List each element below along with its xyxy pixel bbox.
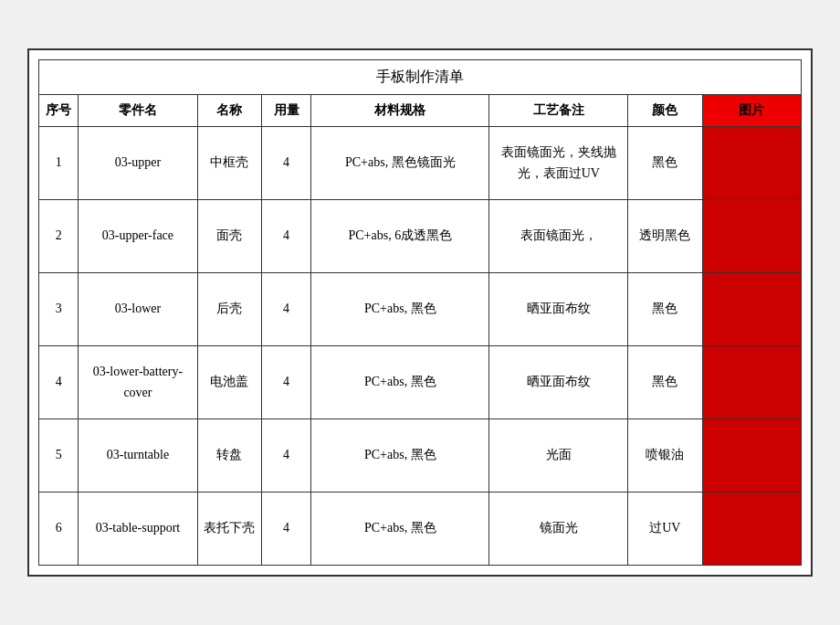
header-color: 颜色 xyxy=(628,94,702,126)
table-row: 303-lower后壳4PC+abs, 黑色晒亚面布纹黑色 xyxy=(39,273,802,346)
cell-name: 后壳 xyxy=(197,273,261,346)
table-row: 603-table-support表托下壳4PC+abs, 黑色镜面光过UV xyxy=(39,493,802,566)
cell-img xyxy=(702,419,801,493)
cell-qty: 4 xyxy=(261,200,310,273)
cell-qty: 4 xyxy=(261,493,310,566)
cell-part: 03-lower xyxy=(79,273,197,346)
cell-color: 黑色 xyxy=(628,273,702,346)
cell-img xyxy=(702,127,801,200)
cell-color: 透明黑色 xyxy=(628,200,702,273)
cell-img xyxy=(702,346,801,419)
cell-name: 转盘 xyxy=(197,419,261,493)
cell-name: 中框壳 xyxy=(197,127,261,200)
cell-spec: PC+abs, 黑色 xyxy=(311,493,489,566)
cell-seq: 6 xyxy=(39,493,79,566)
table-row: 503-turntable转盘4PC+abs, 黑色光面喷银油 xyxy=(39,419,802,493)
header-seq: 序号 xyxy=(39,94,79,126)
cell-color: 黑色 xyxy=(628,346,702,419)
cell-part: 03-upper xyxy=(79,127,197,200)
cell-qty: 4 xyxy=(261,273,310,346)
parts-table: 序号 零件名 名称 用量 材料规格 工艺备注 颜色 图片 103-upper中框… xyxy=(38,94,802,566)
table-row: 203-upper-face面壳4PC+abs, 6成透黑色表面镜面光，透明黑色 xyxy=(39,200,802,273)
header-img: 图片 xyxy=(702,94,801,126)
cell-process: 表面镜面光，夹线抛光，表面过UV xyxy=(489,127,628,200)
cell-process: 镜面光 xyxy=(489,493,628,566)
table-title: 手板制作清单 xyxy=(38,59,802,94)
cell-spec: PC+abs, 黑色镜面光 xyxy=(311,127,489,200)
cell-qty: 4 xyxy=(261,127,310,200)
cell-qty: 4 xyxy=(261,346,310,419)
cell-color: 过UV xyxy=(628,493,702,566)
table-row: 103-upper中框壳4PC+abs, 黑色镜面光表面镜面光，夹线抛光，表面过… xyxy=(39,127,802,200)
cell-name: 表托下壳 xyxy=(197,493,261,566)
cell-spec: PC+abs, 6成透黑色 xyxy=(311,200,489,273)
header-qty: 用量 xyxy=(261,94,310,126)
header-part: 零件名 xyxy=(79,94,197,126)
cell-img xyxy=(702,493,801,566)
cell-qty: 4 xyxy=(261,419,310,493)
table-row: 403-lower-battery-cover电池盖4PC+abs, 黑色晒亚面… xyxy=(39,346,802,419)
cell-spec: PC+abs, 黑色 xyxy=(311,273,489,346)
cell-seq: 2 xyxy=(39,200,79,273)
header-process: 工艺备注 xyxy=(489,94,628,126)
cell-seq: 4 xyxy=(39,346,79,419)
cell-seq: 3 xyxy=(39,273,79,346)
cell-seq: 1 xyxy=(39,127,79,200)
cell-part: 03-lower-battery-cover xyxy=(79,346,197,419)
cell-name: 电池盖 xyxy=(197,346,261,419)
cell-process: 光面 xyxy=(489,419,628,493)
header-name: 名称 xyxy=(197,94,261,126)
cell-part: 03-turntable xyxy=(79,419,197,493)
cell-part: 03-table-support xyxy=(79,493,197,566)
cell-part: 03-upper-face xyxy=(79,200,197,273)
cell-img xyxy=(702,200,801,273)
main-container: 手板制作清单 序号 零件名 名称 用量 材料规格 工艺备注 颜色 图片 103-… xyxy=(27,48,813,577)
cell-process: 晒亚面布纹 xyxy=(489,346,628,419)
cell-color: 喷银油 xyxy=(628,419,702,493)
header-spec: 材料规格 xyxy=(311,94,489,126)
cell-img xyxy=(702,273,801,346)
cell-spec: PC+abs, 黑色 xyxy=(311,419,489,493)
cell-spec: PC+abs, 黑色 xyxy=(311,346,489,419)
cell-seq: 5 xyxy=(39,419,79,493)
cell-name: 面壳 xyxy=(197,200,261,273)
cell-process: 表面镜面光， xyxy=(489,200,628,273)
cell-process: 晒亚面布纹 xyxy=(489,273,628,346)
cell-color: 黑色 xyxy=(628,127,702,200)
